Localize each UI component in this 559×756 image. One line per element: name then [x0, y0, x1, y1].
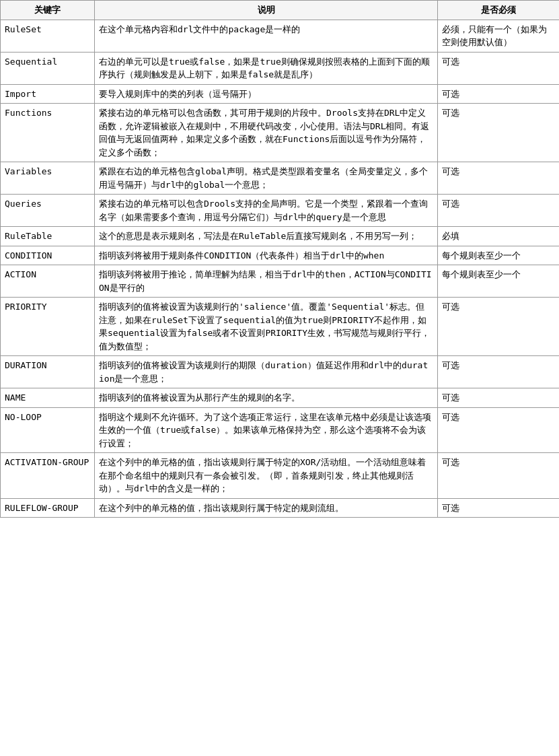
required-cell: 可选 [438, 498, 560, 518]
keyword-cell: Variables [1, 162, 95, 195]
table-row: DURATION指明该列的值将被设置为该规则行的期限（duration）值延迟作… [1, 356, 560, 388]
required-cell: 可选 [438, 52, 560, 84]
keyword-cell: PRIORITY [1, 298, 95, 356]
table-row: RULEFLOW-GROUP在这个列中的单元格的值，指出该规则行属于特定的规则流… [1, 498, 560, 518]
table-row: Functions紧接右边的单元格可以包含函数，其可用于规则的片段中。Drool… [1, 104, 560, 162]
required-cell: 每个规则表至少一个 [438, 265, 560, 298]
keyword-cell: Functions [1, 104, 95, 162]
header-required: 是否必须 [438, 1, 560, 20]
description-cell: 指明该列将被用于规则条件CONDITION（代表条件）相当于drl中的when [95, 246, 438, 265]
description-cell: 指明该列的值将被设置为该规则行的'salience'值。覆盖'Sequentia… [95, 298, 438, 356]
description-cell: 紧接右边的单元格可以包含函数，其可用于规则的片段中。Drools支持在DRL中定… [95, 104, 438, 162]
keyword-cell: RuleSet [1, 20, 95, 52]
keyword-cell: ACTION [1, 265, 95, 298]
table-row: CONDITION指明该列将被用于规则条件CONDITION（代表条件）相当于d… [1, 246, 560, 265]
keyword-cell: RuleTable [1, 227, 95, 246]
keyword-cell: DURATION [1, 356, 95, 388]
table-row: Sequential右边的单元可以是true或false，如果是true则确保规… [1, 52, 560, 84]
header-keyword: 关键字 [1, 1, 95, 20]
table-row: Import要导入规则库中的类的列表（逗号隔开）可选 [1, 84, 560, 104]
keyword-cell: RULEFLOW-GROUP [1, 498, 95, 518]
header-description: 说明 [95, 1, 438, 20]
description-cell: 在这个列中的单元格的值，指出该规则行属于特定的XOR/活动组。一个活动组意味着在… [95, 453, 438, 499]
required-cell: 可选 [438, 388, 560, 408]
description-cell: 要导入规则库中的类的列表（逗号隔开） [95, 84, 438, 104]
required-cell: 必填 [438, 227, 560, 246]
keyword-cell: Import [1, 84, 95, 104]
table-row: Queries紧接右边的单元格可以包含Drools支持的全局声明。它是一个类型，… [1, 195, 560, 227]
required-cell: 可选 [438, 407, 560, 453]
table-row: ACTION指明该列将被用于推论，简单理解为结果，相当于drl中的then，AC… [1, 265, 560, 298]
description-cell: 右边的单元可以是true或false，如果是true则确保规则按照表格的上面到下… [95, 52, 438, 84]
required-cell: 可选 [438, 298, 560, 356]
description-cell: 指明该列的值将被设置为该规则行的期限（duration）值延迟作用和drl中的d… [95, 356, 438, 388]
keyword-cell: ACTIVATION-GROUP [1, 453, 95, 499]
table-row: PRIORITY指明该列的值将被设置为该规则行的'salience'值。覆盖'S… [1, 298, 560, 356]
table-row: RuleSet在这个单元格内容和drl文件中的package是一样的必须，只能有… [1, 20, 560, 52]
description-cell: 在这个单元格内容和drl文件中的package是一样的 [95, 20, 438, 52]
description-cell: 这个的意思是表示规则名，写法是在RuleTable后直接写规则名，不用另写一列； [95, 227, 438, 246]
description-cell: 指明该列将被用于推论，简单理解为结果，相当于drl中的then，ACTION与C… [95, 265, 438, 298]
keyword-cell: NAME [1, 388, 95, 408]
table-row: RuleTable这个的意思是表示规则名，写法是在RuleTable后直接写规则… [1, 227, 560, 246]
description-cell: 指明该列的值将被设置为从那行产生的规则的名字。 [95, 388, 438, 408]
keyword-cell: CONDITION [1, 246, 95, 265]
required-cell: 每个规则表至少一个 [438, 246, 560, 265]
table-row: NO-LOOP指明这个规则不允许循环。为了这个选项正常运行，这里在该单元格中必须… [1, 407, 560, 453]
required-cell: 可选 [438, 84, 560, 104]
required-cell: 可选 [438, 104, 560, 162]
required-cell: 可选 [438, 453, 560, 499]
table-row: ACTIVATION-GROUP在这个列中的单元格的值，指出该规则行属于特定的X… [1, 453, 560, 499]
required-cell: 必须，只能有一个（如果为空则使用默认值） [438, 20, 560, 52]
table-row: Variables紧跟在右边的单元格包含global声明。格式是类型跟着变量名（… [1, 162, 560, 195]
required-cell: 可选 [438, 195, 560, 227]
description-cell: 在这个列中的单元格的值，指出该规则行属于特定的规则流组。 [95, 498, 438, 518]
required-cell: 可选 [438, 356, 560, 388]
table-row: NAME指明该列的值将被设置为从那行产生的规则的名字。可选 [1, 388, 560, 408]
required-cell: 可选 [438, 162, 560, 195]
keyword-cell: NO-LOOP [1, 407, 95, 453]
description-cell: 指明这个规则不允许循环。为了这个选项正常运行，这里在该单元格中必须是让该选项生效… [95, 407, 438, 453]
keyword-cell: Queries [1, 195, 95, 227]
description-cell: 紧跟在右边的单元格包含global声明。格式是类型跟着变量名（全局变量定义，多个… [95, 162, 438, 195]
keyword-cell: Sequential [1, 52, 95, 84]
description-cell: 紧接右边的单元格可以包含Drools支持的全局声明。它是一个类型，紧跟着一个查询… [95, 195, 438, 227]
